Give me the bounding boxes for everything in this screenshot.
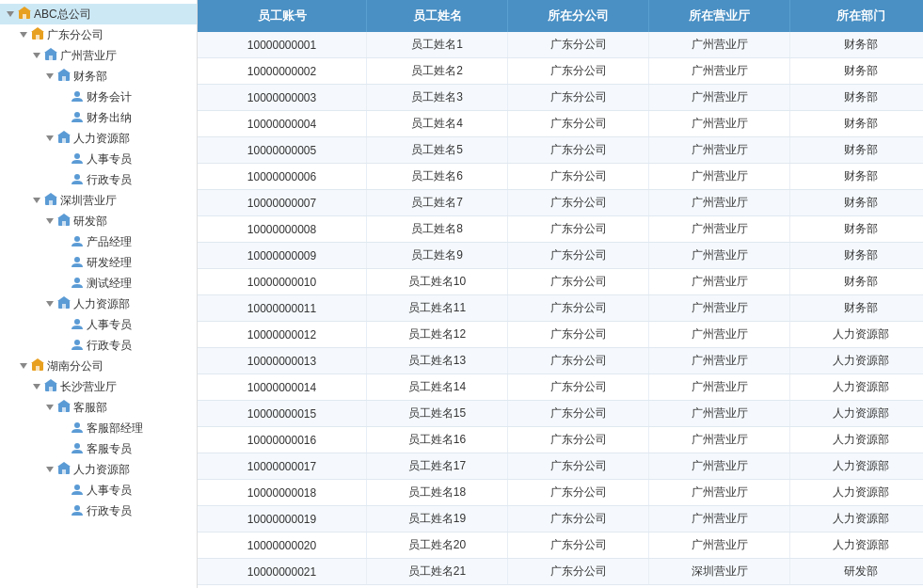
- tree-node-hn[interactable]: 湖南分公司: [0, 356, 197, 376]
- cell-r1-c3: 广州营业厅: [649, 58, 790, 84]
- tree-node-gz[interactable]: 广州营业厅: [0, 45, 197, 66]
- table-row[interactable]: 10000000018员工姓名18广东分公司广州营业厅人力资源部行政专员: [198, 480, 923, 506]
- dept-icon-yf: [56, 214, 72, 230]
- svg-marker-57: [57, 462, 71, 467]
- toggle-icon-root[interactable]: [4, 9, 17, 20]
- tree-node-rl[interactable]: 人力资源部: [0, 128, 197, 149]
- org-tree[interactable]: ABC总公司广东分公司广州营业厅财务部财务会计财务出纳人力资源部人事专员行政专员…: [0, 0, 198, 588]
- toggle-icon-gd[interactable]: [17, 30, 30, 40]
- table-row[interactable]: 10000000014员工姓名14广东分公司广州营业厅人力资源部人事专员: [198, 374, 923, 401]
- table-row[interactable]: 10000000010员工姓名10广东分公司广州营业厅财务部财务出纳: [198, 269, 923, 295]
- table-row[interactable]: 10000000007员工姓名7广东分公司广州营业厅财务部财务出纳: [198, 190, 923, 216]
- tree-node-kf[interactable]: 客服部: [0, 397, 197, 418]
- tree-label-rl: 人力资源部: [73, 131, 130, 147]
- toggle-icon-cw[interactable]: [43, 72, 56, 82]
- svg-marker-0: [7, 11, 14, 17]
- table-row[interactable]: 10000000021员工姓名21广东分公司深圳营业厅研发部产品经理: [198, 559, 923, 585]
- cell-r18-c0: 10000000019: [198, 506, 367, 532]
- table-row[interactable]: 10000000001员工姓名1广东分公司广州营业厅财务部财务会计: [198, 32, 923, 58]
- tree-node-kfzyy[interactable]: 客服专员: [0, 438, 197, 459]
- table-row[interactable]: 10000000008员工姓名8广东分公司广州营业厅财务部财务出纳: [198, 216, 923, 243]
- header-col-0: 员工账号: [198, 0, 367, 32]
- table-row[interactable]: 10000000006员工姓名6广东分公司广州营业厅财务部财务会计: [198, 164, 923, 190]
- cell-r15-c3: 广州营业厅: [649, 427, 790, 453]
- cell-r10-c1: 员工姓名11: [367, 295, 508, 321]
- table-row[interactable]: 10000000012员工姓名12广东分公司广州营业厅人力资源部人事专员: [198, 322, 923, 348]
- hall-icon-cs: [43, 379, 58, 395]
- tree-node-cwkj[interactable]: 财务会计: [0, 87, 197, 107]
- tree-node-yf[interactable]: 研发部: [0, 211, 197, 231]
- table-row[interactable]: 10000000019员工姓名19广东分公司广州营业厅人力资源部行政专员: [198, 506, 923, 532]
- tree-node-xzzyy2[interactable]: 行政专员: [0, 335, 197, 356]
- toggle-icon-yf[interactable]: [43, 216, 56, 227]
- svg-point-22: [74, 153, 80, 159]
- tree-node-rszyy[interactable]: 人事专员: [0, 149, 197, 169]
- svg-point-23: [74, 174, 80, 180]
- tree-node-yfjl[interactable]: 研发经理: [0, 252, 197, 273]
- toggle-icon-cs[interactable]: [30, 382, 43, 392]
- tree-node-csjl[interactable]: 测试经理: [0, 273, 197, 294]
- tree-node-cs[interactable]: 长沙营业厅: [0, 376, 197, 397]
- cell-r12-c2: 广东分公司: [508, 348, 649, 373]
- dept-icon-rl2: [56, 296, 72, 312]
- cell-r16-c1: 员工姓名17: [367, 453, 508, 479]
- table-row[interactable]: 10000000017员工姓名17广东分公司广州营业厅人力资源部行政专员: [198, 453, 923, 480]
- toggle-icon-rl3[interactable]: [43, 465, 56, 475]
- svg-point-32: [74, 236, 80, 242]
- toggle-icon-hn[interactable]: [17, 361, 30, 372]
- table-row[interactable]: 10000000004员工姓名4广东分公司广州营业厅财务部财务会计: [198, 111, 923, 137]
- tree-label-cwcs: 财务出纳: [87, 110, 132, 126]
- cell-r19-c1: 员工姓名20: [367, 532, 508, 558]
- cell-r1-c0: 10000000002: [198, 58, 367, 84]
- table-row[interactable]: 10000000002员工姓名2广东分公司广州营业厅财务部财务会计: [198, 58, 923, 85]
- tree-node-xzzyy[interactable]: 行政专员: [0, 169, 197, 190]
- cell-r17-c4: 人力资源部: [790, 480, 923, 505]
- svg-point-39: [74, 319, 80, 325]
- toggle-icon-gz[interactable]: [30, 51, 43, 61]
- svg-point-33: [74, 257, 80, 262]
- toggle-icon-rl[interactable]: [43, 134, 56, 144]
- tree-label-cs: 长沙营业厅: [60, 379, 117, 395]
- cell-r10-c4: 财务部: [790, 295, 923, 321]
- cell-r8-c3: 广州营业厅: [649, 243, 790, 268]
- tree-node-root[interactable]: ABC总公司: [0, 4, 197, 24]
- cell-r4-c3: 广州营业厅: [649, 137, 790, 163]
- tree-node-cpjl[interactable]: 产品经理: [0, 231, 197, 252]
- table-row[interactable]: 10000000003员工姓名3广东分公司广州营业厅财务部财务会计: [198, 85, 923, 111]
- tree-node-gd[interactable]: 广东分公司: [0, 24, 197, 45]
- cell-r9-c3: 广州营业厅: [649, 269, 790, 294]
- cell-r0-c2: 广东分公司: [508, 32, 649, 57]
- cell-r16-c2: 广东分公司: [508, 453, 649, 479]
- table-row[interactable]: 10000000011员工姓名11广东分公司广州营业厅财务部财务出纳: [198, 295, 923, 322]
- tree-node-rszyy2[interactable]: 人事专员: [0, 314, 197, 335]
- tree-node-sz[interactable]: 深圳营业厅: [0, 190, 197, 211]
- table-row[interactable]: 10000000020员工姓名20广东分公司广州营业厅人力资源部行政专员: [198, 532, 923, 559]
- tree-node-xzzyy3[interactable]: 行政专员: [0, 501, 197, 521]
- table-row[interactable]: 10000000005员工姓名5广东分公司广州营业厅财务部财务会计: [198, 137, 923, 164]
- cell-r13-c4: 人力资源部: [790, 374, 923, 400]
- cell-r15-c2: 广东分公司: [508, 427, 649, 453]
- toggle-icon-kf[interactable]: [43, 403, 56, 413]
- table-row[interactable]: 10000000009员工姓名9广东分公司广州营业厅财务部财务出纳: [198, 243, 923, 269]
- svg-rect-3: [23, 14, 26, 19]
- svg-marker-6: [31, 27, 44, 32]
- tree-node-cwcs[interactable]: 财务出纳: [0, 107, 197, 128]
- table-row[interactable]: 10000000013员工姓名13广东分公司广州营业厅人力资源部人事专员: [198, 348, 923, 374]
- cell-r9-c4: 财务部: [790, 269, 923, 294]
- table-row[interactable]: 10000000015员工姓名15广东分公司广州营业厅人力资源部人事专员: [198, 401, 923, 427]
- table-row[interactable]: 10000000016员工姓名16广东分公司广州营业厅人力资源部行政专员: [198, 427, 923, 453]
- tree-node-kfjl[interactable]: 客服部经理: [0, 418, 197, 438]
- toggle-icon-sz[interactable]: [30, 196, 43, 206]
- cell-r4-c4: 财务部: [790, 137, 923, 163]
- tree-label-gd: 广东分公司: [47, 27, 103, 43]
- toggle-icon-rl2[interactable]: [43, 299, 56, 310]
- cell-r5-c0: 10000000006: [198, 164, 367, 189]
- tree-node-rl2[interactable]: 人力资源部: [0, 294, 197, 314]
- role-icon-rszyy2: [70, 317, 85, 333]
- cell-r12-c1: 员工姓名13: [367, 348, 508, 373]
- tree-node-rszyy3[interactable]: 人事专员: [0, 480, 197, 501]
- cell-r10-c3: 广州营业厅: [649, 295, 790, 321]
- tree-node-rl3[interactable]: 人力资源部: [0, 459, 197, 480]
- tree-node-cw[interactable]: 财务部: [0, 66, 197, 87]
- cell-r4-c2: 广东分公司: [508, 137, 649, 163]
